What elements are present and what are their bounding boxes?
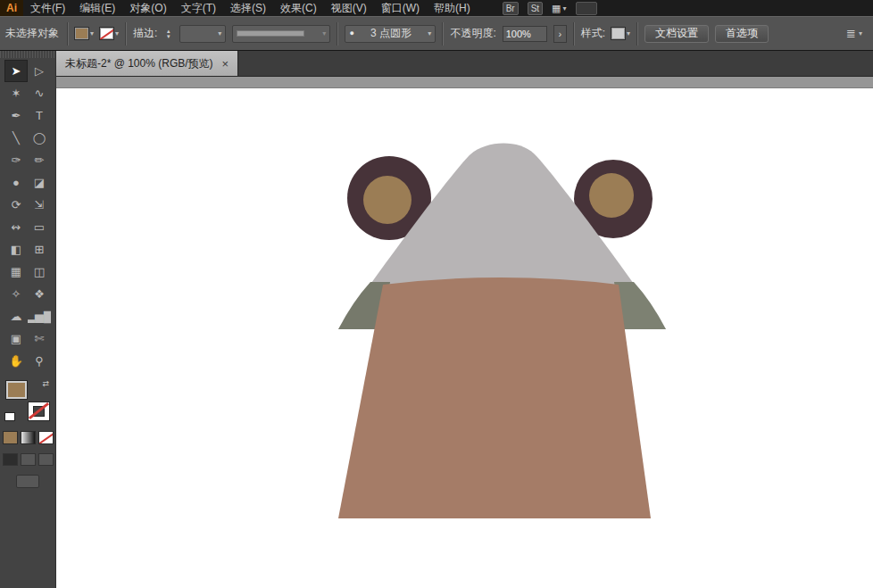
brush-name: 3 点圆形 xyxy=(370,26,412,41)
artboard-tool[interactable]: ▣ xyxy=(4,327,28,350)
swap-fill-stroke-icon[interactable]: ⇄ xyxy=(42,379,49,388)
width-tool[interactable]: ↭ xyxy=(4,216,28,238)
workspace-switcher-icon[interactable] xyxy=(576,2,597,15)
menu-item-8[interactable]: 窗口(W) xyxy=(374,0,427,16)
eraser-tool[interactable]: ◪ xyxy=(28,171,51,194)
control-bar: 未选择对象 ▾ ▾ 描边: ▴ ▾ ▾ ▾ ● 3 点圆形 ▾ 不 xyxy=(0,16,873,51)
toolbar-fill-swatch[interactable] xyxy=(6,381,27,399)
body-trapezoid[interactable] xyxy=(338,277,651,518)
eyedropper-tool[interactable]: ✧ xyxy=(4,283,28,305)
document-title: 未标题-2* @ 100% (RGB/预览) xyxy=(65,56,213,71)
menu-item-5[interactable]: 选择(S) xyxy=(223,0,273,16)
canvas[interactable] xyxy=(56,77,873,588)
menu-item-2[interactable]: 编辑(E) xyxy=(72,0,122,16)
stroke-color-control[interactable]: ▾ xyxy=(100,28,119,39)
screen-mode-button[interactable] xyxy=(16,475,39,488)
shape-builder-tool[interactable]: ◧ xyxy=(4,238,28,261)
menu-icon: ≣ xyxy=(846,27,856,40)
brush-combo[interactable]: ● 3 点圆形 ▾ xyxy=(345,25,436,43)
none-button[interactable] xyxy=(38,431,54,444)
separator xyxy=(573,22,575,46)
zoom-tool[interactable]: ⚲ xyxy=(28,350,51,372)
document-setup-button[interactable]: 文档设置 xyxy=(644,25,709,43)
fill-color-control[interactable]: ▾ xyxy=(75,28,94,39)
opacity-input[interactable]: 100% xyxy=(503,26,547,42)
rotate-tool[interactable]: ⟳ xyxy=(4,194,28,216)
style-swatch[interactable] xyxy=(611,28,625,39)
free-transform-tool[interactable]: ▭ xyxy=(28,216,51,238)
lasso-tool[interactable]: ∿ xyxy=(28,82,51,104)
gradient-tool[interactable]: ◫ xyxy=(28,261,51,283)
style-label: 样式: xyxy=(581,26,605,41)
arrange-documents-icon: ▦ xyxy=(552,3,561,14)
brush-preview-icon: ● xyxy=(349,29,353,37)
chevron-down-icon: ▾ xyxy=(322,29,326,37)
illustrator-window: Ai 文件(F)编辑(E)对象(O)文字(T)选择(S)效果(C)视图(V)窗口… xyxy=(0,0,873,588)
tools-panel-grip[interactable] xyxy=(0,51,55,58)
stroke-weight-stepper[interactable]: ▴ ▾ xyxy=(163,29,173,39)
mesh-tool[interactable]: ▦ xyxy=(4,261,28,283)
stroke-profile-combo[interactable]: ▾ xyxy=(232,25,330,43)
menu-item-7[interactable]: 视图(V) xyxy=(324,0,374,16)
chevron-down-icon: ▾ xyxy=(218,29,221,37)
artwork-svg xyxy=(56,77,873,588)
app-logo[interactable]: Ai xyxy=(0,0,23,16)
menu-item-6[interactable]: 效果(C) xyxy=(273,0,324,16)
pen-tool[interactable]: ✒ xyxy=(4,104,28,127)
separator xyxy=(125,22,127,46)
bridge-button[interactable]: Br xyxy=(503,2,519,15)
left-ear-inner[interactable] xyxy=(363,176,412,224)
draw-normal-button[interactable] xyxy=(3,453,18,466)
pencil-tool[interactable]: ✏ xyxy=(28,149,51,171)
selection-tool[interactable]: ➤ xyxy=(4,60,28,82)
menu-item-4[interactable]: 文字(T) xyxy=(174,0,223,16)
menu-list: 文件(F)编辑(E)对象(O)文字(T)选择(S)效果(C)视图(V)窗口(W)… xyxy=(23,0,478,16)
document-tab[interactable]: 未标题-2* @ 100% (RGB/预览) × xyxy=(56,51,238,76)
right-ear-inner[interactable] xyxy=(589,173,634,218)
chevron-down-icon: ▾ xyxy=(115,29,119,37)
chevron-down-icon: ▾ xyxy=(563,4,567,12)
menu-item-9[interactable]: 帮助(H) xyxy=(427,0,478,16)
color-button[interactable] xyxy=(3,431,18,444)
chevron-down-icon: ▾ xyxy=(627,29,630,37)
paintbrush-tool[interactable]: ✑ xyxy=(4,149,28,171)
symbol-sprayer-tool[interactable]: ☁ xyxy=(4,305,28,327)
stroke-swatch-none[interactable] xyxy=(100,28,113,39)
menu-item-1[interactable]: 文件(F) xyxy=(23,0,72,16)
stroke-weight-combo[interactable]: ▾ xyxy=(179,25,226,43)
arrange-documents-button[interactable]: ▦ ▾ xyxy=(552,3,566,14)
preferences-button[interactable]: 首选项 xyxy=(715,25,769,43)
selection-status: 未选择对象 xyxy=(5,26,59,41)
control-panel-menu[interactable]: ≣ ▾ xyxy=(846,27,868,40)
tools-panel: ➤▷✶∿✒T╲◯✑✏●◪⟳⇲↭▭◧⊞▦◫✧❖☁▂▅▇▣✄✋⚲ ⇄ xyxy=(0,51,56,588)
default-fill-stroke-icon[interactable] xyxy=(5,413,14,420)
line-segment-tool[interactable]: ╲ xyxy=(4,127,28,149)
stock-button[interactable]: St xyxy=(528,2,543,15)
document-tab-bar: 未标题-2* @ 100% (RGB/预览) × xyxy=(56,51,873,77)
toolbar-stroke-swatch[interactable] xyxy=(29,402,49,420)
direct-selection-tool[interactable]: ▷ xyxy=(28,60,51,82)
column-graph-tool[interactable]: ▂▅▇ xyxy=(28,305,51,327)
draw-inside-button[interactable] xyxy=(38,453,54,466)
drawing-mode-row xyxy=(3,453,54,466)
magic-wand-tool[interactable]: ✶ xyxy=(4,82,28,104)
scale-tool[interactable]: ⇲ xyxy=(28,194,51,216)
hand-tool[interactable]: ✋ xyxy=(4,350,28,372)
style-control[interactable]: ▾ xyxy=(611,28,630,39)
tool-grid: ➤▷✶∿✒T╲◯✑✏●◪⟳⇲↭▭◧⊞▦◫✧❖☁▂▅▇▣✄✋⚲ xyxy=(4,60,51,372)
menu-item-3[interactable]: 对象(O) xyxy=(122,0,173,16)
blend-tool[interactable]: ❖ xyxy=(28,283,51,305)
separator xyxy=(337,22,338,46)
chevron-down-icon: ▾ xyxy=(428,29,431,37)
blob-brush-tool[interactable]: ● xyxy=(4,171,28,194)
workspace: ➤▷✶∿✒T╲◯✑✏●◪⟳⇲↭▭◧⊞▦◫✧❖☁▂▅▇▣✄✋⚲ ⇄ xyxy=(0,51,873,588)
slice-tool[interactable]: ✄ xyxy=(28,327,51,350)
opacity-slider-button[interactable]: › xyxy=(553,25,567,43)
perspective-grid-tool[interactable]: ⊞ xyxy=(28,238,51,261)
close-icon[interactable]: × xyxy=(222,58,229,70)
draw-behind-button[interactable] xyxy=(21,453,36,466)
type-tool[interactable]: T xyxy=(28,104,51,127)
gradient-button[interactable] xyxy=(21,431,36,444)
fill-swatch[interactable] xyxy=(75,28,88,39)
ellipse-tool[interactable]: ◯ xyxy=(28,127,51,149)
